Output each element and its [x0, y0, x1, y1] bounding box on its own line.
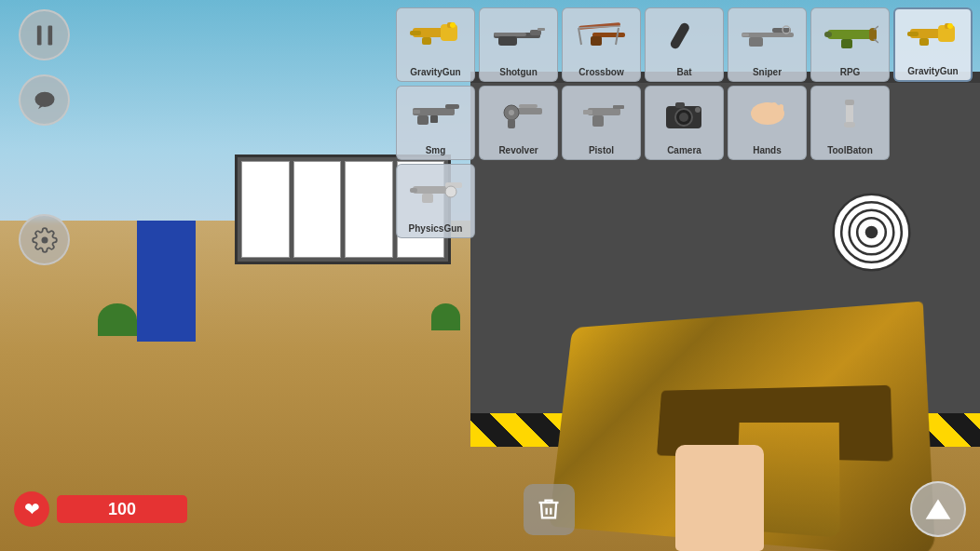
svg-rect-56	[613, 105, 624, 109]
svg-point-63	[695, 107, 701, 113]
weapon-hands[interactable]: Hands	[728, 86, 807, 160]
svg-rect-5	[36, 25, 41, 45]
weapon-icon-smg	[408, 92, 464, 134]
svg-rect-43	[907, 32, 919, 36]
svg-point-42	[947, 23, 953, 29]
plant-right	[431, 303, 461, 331]
svg-rect-54	[508, 119, 515, 128]
weapon-physics-gun[interactable]: PhysicsGun	[396, 164, 475, 238]
svg-rect-18	[498, 36, 517, 46]
weapon-tool-baton[interactable]: ToolBaton	[810, 86, 890, 160]
weapon-bat[interactable]: Bat	[645, 7, 724, 82]
weapon-icon-gravity-gun-1	[408, 14, 464, 56]
weapon-icon-sniper	[740, 14, 796, 56]
svg-rect-55	[588, 108, 620, 115]
svg-rect-25	[591, 36, 602, 46]
weapon-icon-tool-baton	[823, 92, 878, 134]
svg-rect-58	[583, 110, 592, 114]
svg-line-38	[874, 39, 878, 43]
plant-left	[98, 303, 137, 337]
weapon-label-bat: Bat	[676, 67, 691, 77]
svg-rect-35	[824, 32, 832, 37]
svg-rect-34	[869, 28, 877, 41]
svg-rect-68	[779, 104, 783, 117]
weapon-gravity-gun-2[interactable]: GravityGun	[893, 7, 973, 82]
settings-button[interactable]	[19, 214, 70, 265]
blue-kiosk	[137, 221, 196, 342]
svg-rect-30	[749, 37, 763, 47]
svg-rect-29	[772, 28, 791, 33]
svg-rect-48	[430, 115, 438, 123]
weapon-label-smg: Smg	[426, 145, 446, 155]
weapon-revolver[interactable]: Revolver	[479, 86, 558, 160]
weapon-icon-rpg	[823, 14, 878, 56]
grid-spacer-1	[893, 86, 973, 160]
weapon-label-revolver: Revolver	[498, 145, 538, 155]
weapon-sniper[interactable]: Sniper	[728, 7, 807, 82]
svg-rect-32	[742, 34, 749, 36]
weapon-label-sniper: Sniper	[753, 67, 782, 77]
svg-rect-20	[538, 28, 545, 31]
health-value: 100	[108, 500, 136, 519]
svg-rect-51	[519, 104, 538, 108]
weapon-label-physics-gun: PhysicsGun	[409, 223, 463, 234]
svg-rect-67	[771, 102, 777, 117]
svg-rect-65	[756, 104, 762, 117]
svg-rect-62	[675, 102, 685, 108]
health-container: ❤ 100	[14, 491, 187, 527]
weapon-pistol[interactable]: Pistol	[562, 86, 641, 160]
svg-rect-14	[410, 31, 421, 35]
chat-button[interactable]	[19, 74, 70, 126]
weapon-label-gravity-gun-2: GravityGun	[907, 66, 958, 76]
trash-button[interactable]	[524, 484, 575, 535]
weapon-icon-pistol	[574, 92, 630, 134]
svg-rect-76	[410, 188, 417, 193]
svg-rect-44	[919, 38, 929, 46]
svg-point-74	[445, 186, 456, 197]
weapon-icon-crossbow	[574, 14, 630, 56]
svg-point-53	[509, 110, 514, 115]
svg-rect-6	[48, 25, 52, 45]
weapon-smg[interactable]: Smg	[396, 86, 475, 160]
weapon-label-rpg: RPG	[840, 67, 861, 77]
svg-rect-57	[592, 115, 604, 127]
weapon-label-shotgun: Shotgun	[499, 67, 538, 77]
weapon-label-camera: Camera	[667, 145, 701, 155]
weapon-gravity-gun-1[interactable]: GravityGun	[396, 7, 475, 82]
svg-point-9	[41, 236, 48, 243]
svg-rect-75	[422, 194, 433, 203]
svg-rect-46	[445, 104, 459, 109]
svg-line-23	[578, 28, 581, 45]
svg-rect-17	[494, 33, 526, 36]
svg-rect-71	[844, 122, 855, 128]
weapon-label-tool-baton: ToolBaton	[827, 145, 873, 155]
svg-rect-33	[827, 30, 874, 39]
health-heart-icon: ❤	[14, 491, 49, 527]
svg-point-7	[34, 91, 54, 106]
up-button[interactable]	[910, 481, 966, 537]
weapon-icon-physics-gun	[408, 170, 464, 212]
svg-marker-77	[926, 499, 951, 518]
weapon-label-hands: Hands	[753, 145, 782, 155]
weapon-crossbow[interactable]: Crossbow	[562, 7, 641, 82]
weapon-camera[interactable]: Camera	[645, 86, 724, 160]
svg-point-61	[679, 113, 688, 122]
bottom-ui: ❤ 100	[14, 481, 966, 537]
weapon-icon-camera	[657, 92, 713, 134]
weapon-icon-gravity-gun-2	[905, 15, 961, 57]
weapon-icon-revolver	[491, 92, 547, 134]
weapon-label-crossbow: Crossbow	[578, 67, 623, 77]
weapon-shotgun[interactable]: Shotgun	[479, 7, 558, 82]
weapon-grid: GravityGun Shotgun Crossbow	[396, 7, 973, 238]
svg-point-13	[450, 22, 456, 28]
weapon-icon-bat	[657, 14, 713, 56]
svg-rect-36	[841, 39, 852, 48]
svg-rect-49	[413, 110, 420, 114]
weapon-rpg[interactable]: RPG	[810, 7, 890, 82]
pause-button[interactable]	[19, 9, 70, 60]
left-controls	[19, 9, 70, 265]
svg-rect-27	[669, 21, 691, 50]
svg-line-37	[874, 26, 878, 30]
svg-rect-70	[845, 100, 854, 105]
svg-rect-66	[764, 102, 769, 117]
